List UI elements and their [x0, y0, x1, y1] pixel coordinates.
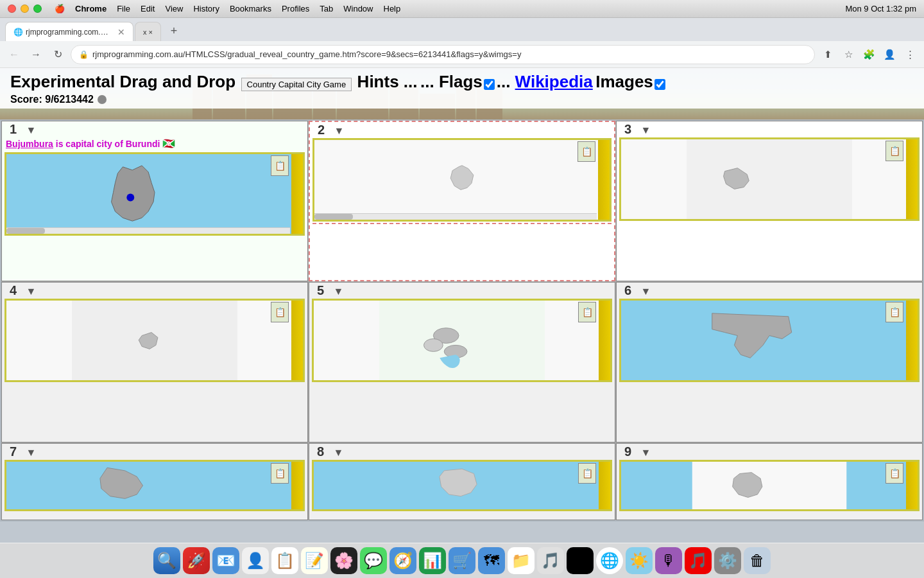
menu-icon[interactable]: ⋮	[901, 46, 919, 64]
menu-window[interactable]: Window	[343, 4, 373, 13]
menu-history[interactable]: History	[193, 4, 219, 13]
background-panorama: Experimental Drag and Drop Country Capit…	[0, 68, 924, 119]
dock-b-app[interactable]: B	[567, 547, 594, 574]
menu-view[interactable]: View	[165, 4, 183, 13]
bookmark-icon[interactable]: ☆	[839, 46, 857, 64]
dock-appstore[interactable]: 🛒	[449, 547, 475, 574]
system-time: Mon 9 Oct 1:32 pm	[845, 4, 916, 13]
minimize-button[interactable]	[21, 4, 29, 13]
new-tab-button[interactable]: +	[165, 22, 183, 40]
cell-9-arrow[interactable]: ▼	[638, 447, 651, 459]
dock-messages[interactable]: 💬	[360, 547, 387, 574]
tab-close-button[interactable]: ✕	[117, 27, 125, 37]
dock-contacts[interactable]: 👤	[242, 547, 269, 574]
cell-5-notepad-icon[interactable]: 📋	[578, 302, 596, 322]
url-text: rjmprogramming.com.au/HTMLCSS/gradual_re…	[92, 49, 807, 59]
forward-button[interactable]: →	[27, 46, 45, 64]
cell-1-capital-link[interactable]: Bujumbura	[6, 139, 53, 149]
inactive-tab-label: x ×	[143, 28, 153, 36]
dock-reminders[interactable]: 📋	[271, 547, 298, 574]
cell-2-scrollbar[interactable]	[314, 213, 597, 220]
tab-favicon: 🌐	[13, 28, 23, 37]
cell-4-map: 📋	[4, 299, 305, 382]
cell-4-header: 4 ▼	[2, 283, 307, 297]
game-cell-8: 8 ▼ 📋	[309, 443, 615, 520]
share-icon[interactable]: ⬆	[819, 46, 837, 64]
maximize-button[interactable]	[33, 4, 42, 13]
cell-2-arrow[interactable]: ▼	[332, 125, 345, 137]
close-button[interactable]	[8, 4, 16, 13]
images-checkbox[interactable]	[654, 79, 665, 90]
dock-safari[interactable]: 🧭	[389, 547, 416, 574]
active-tab[interactable]: 🌐 rjmprogramming.com.au — gradual_reveal…	[5, 22, 133, 41]
back-button[interactable]: ←	[5, 46, 23, 64]
cell-4-notepad-icon[interactable]: 📋	[271, 302, 289, 322]
address-bar[interactable]: 🔒 rjmprogramming.com.au/HTMLCSS/gradual_…	[71, 45, 815, 64]
game-cell-7: 7 ▼ 📋	[1, 443, 308, 520]
extensions-icon[interactable]: 🧩	[860, 46, 878, 64]
svg-point-6	[424, 339, 443, 352]
cell-1-notepad-icon[interactable]: 📋	[271, 155, 289, 176]
cell-6-notepad-icon[interactable]: 📋	[886, 302, 903, 322]
cell-8-number: 8	[313, 443, 328, 459]
reload-button[interactable]: ↻	[49, 46, 67, 64]
game-title-button[interactable]: Country Capital City Game	[241, 78, 352, 91]
cell-4-arrow[interactable]: ▼	[24, 286, 37, 297]
dock-filezilla[interactable]: 📁	[508, 547, 535, 574]
dock-maps[interactable]: 🗺	[478, 547, 505, 574]
cell-1-arrow[interactable]: ▼	[24, 125, 37, 136]
menu-file[interactable]: File	[117, 4, 130, 13]
wikipedia-link[interactable]: Wikipedia	[515, 72, 593, 91]
apple-menu[interactable]: 🍎	[55, 4, 65, 13]
menu-chrome[interactable]: Chrome	[75, 4, 107, 13]
cell-7-arrow[interactable]: ▼	[24, 447, 37, 459]
dock-itunes[interactable]: 🎵	[537, 547, 564, 574]
cell-4-number: 4	[6, 282, 21, 297]
dock-chrome[interactable]: 🌐	[596, 547, 623, 574]
dock-photos[interactable]: 🌸	[330, 547, 357, 574]
cell-2-notepad-icon[interactable]: 📋	[578, 141, 595, 162]
menu-profiles[interactable]: Profiles	[282, 4, 309, 13]
cell-2-scroll-thumb	[314, 214, 353, 220]
cell-6-map: 📋	[619, 299, 920, 382]
svg-rect-8	[687, 301, 852, 380]
dock-notes[interactable]: 📝	[301, 547, 328, 574]
flags-checkbox[interactable]	[484, 79, 495, 90]
cell-3-notepad-icon[interactable]: 📋	[886, 141, 903, 161]
dock-settings[interactable]: ⚙️	[714, 547, 741, 574]
cell-9-notepad-icon[interactable]: 📋	[886, 463, 903, 484]
dock-music[interactable]: 🎵	[685, 547, 712, 574]
menu-help[interactable]: Help	[384, 4, 401, 13]
toolbar-actions: ⬆ ☆ 🧩 👤 ⋮	[819, 46, 919, 64]
lock-icon: 🔒	[79, 50, 89, 59]
cell-6-arrow[interactable]: ▼	[638, 286, 651, 297]
cell-7-yellow-bar	[291, 462, 303, 509]
dock-trash[interactable]: 🗑	[744, 547, 771, 574]
cell-2-yellow-bar	[598, 140, 610, 220]
dock-podcast[interactable]: 🎙	[655, 547, 682, 574]
dock-mail[interactable]: 📧	[212, 547, 239, 574]
cell-5-yellow-bar	[599, 301, 610, 380]
cell-3-arrow[interactable]: ▼	[638, 125, 651, 136]
mac-titlebar: 🍎 Chrome File Edit View History Bookmark…	[0, 0, 924, 18]
dock-numbers[interactable]: 📊	[419, 547, 446, 574]
dock-weather[interactable]: ☀️	[626, 547, 653, 574]
cell-8-notepad-icon[interactable]: 📋	[578, 463, 596, 484]
score-row: Score: 9/6213442	[10, 92, 914, 107]
menu-bookmarks[interactable]: Bookmarks	[230, 4, 271, 13]
cell-8-arrow[interactable]: ▼	[331, 447, 344, 459]
game-cell-1: 1 ▼ Bujumbura is capital city of Burundi…	[1, 121, 308, 281]
dock-launchpad[interactable]: 🚀	[183, 547, 210, 574]
inactive-tab[interactable]: x ×	[135, 22, 161, 41]
page-title-row: Experimental Drag and Drop Country Capit…	[10, 72, 914, 92]
traffic-lights[interactable]	[8, 4, 42, 13]
menu-tab[interactable]: Tab	[320, 4, 333, 13]
cell-1-scrollbar[interactable]	[6, 227, 290, 234]
dock-finder[interactable]: 🔍	[153, 547, 180, 574]
cell-4-yellow-bar	[291, 301, 303, 380]
menu-edit[interactable]: Edit	[141, 4, 155, 13]
cell-5-arrow[interactable]: ▼	[331, 286, 344, 297]
browser-tabs: 🌐 rjmprogramming.com.au — gradual_reveal…	[0, 18, 924, 41]
cell-7-notepad-icon[interactable]: 📋	[271, 463, 289, 484]
profile-icon[interactable]: 👤	[880, 46, 898, 64]
